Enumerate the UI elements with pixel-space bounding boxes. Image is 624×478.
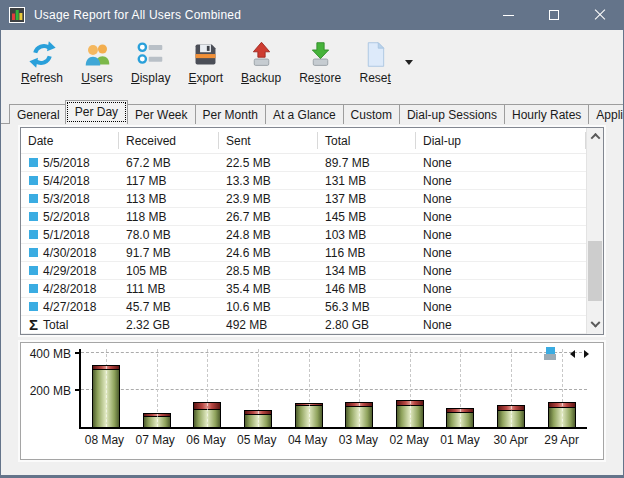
x-axis-label: 06 May (181, 433, 232, 447)
chart-scroll-left-button[interactable] (565, 348, 579, 360)
column-header-total[interactable]: Total (318, 128, 416, 153)
day-bullet-icon (29, 302, 38, 311)
tab-custom[interactable]: Custom (343, 104, 400, 124)
cell-dialup: None (416, 210, 586, 224)
chart-bar-slot (81, 349, 132, 427)
display-icon-holder (135, 40, 167, 70)
cell-total: 116 MB (318, 246, 416, 260)
toolbar-button-label: Export (188, 71, 223, 85)
chart-bar-slot (233, 349, 284, 427)
bar-segment-sent (194, 403, 220, 410)
chart-plot-area (79, 349, 587, 429)
backup-button[interactable]: Backup (233, 37, 289, 88)
backup-icon-holder (245, 40, 277, 70)
chart-bar-slot (536, 349, 587, 427)
refresh-button[interactable]: Refresh (13, 37, 71, 88)
tab-applications[interactable]: Applications (588, 104, 624, 124)
tab-general[interactable]: General (9, 104, 68, 124)
titlebar[interactable]: Usage Report for All Users Combined (1, 0, 623, 30)
toolbar-button-label: Backup (241, 71, 281, 85)
x-axis-label: 03 May (333, 433, 384, 447)
toolbar-more-button[interactable] (401, 38, 417, 86)
users-button[interactable]: Users (73, 37, 121, 88)
x-axis-label: 30 Apr (485, 433, 536, 447)
cell-total: 56.3 MB (318, 300, 416, 314)
cell-total: 146 MB (318, 282, 416, 296)
tab-per-week[interactable]: Per Week (127, 104, 195, 124)
day-bullet-icon (29, 176, 38, 185)
date-label: 4/28/2018 (43, 282, 96, 296)
restore-icon (306, 40, 335, 69)
table-row[interactable]: 5/5/201867.2 MB22.5 MB89.7 MBNone (21, 154, 586, 172)
display-icon (136, 40, 165, 69)
table-row[interactable]: 5/2/2018118 MB26.7 MB145 MBNone (21, 208, 586, 226)
column-header-sent[interactable]: Sent (219, 128, 318, 153)
maximize-button[interactable] (531, 0, 577, 30)
restore-icon-holder (304, 40, 336, 70)
window: Usage Report for All Users Combined Refr… (0, 0, 624, 478)
table-row[interactable]: 4/27/201845.7 MB10.6 MB56.3 MBNone (21, 298, 586, 316)
cell-dialup: None (416, 174, 586, 188)
minimize-icon (503, 15, 514, 16)
x-axis-label: 04 May (282, 433, 333, 447)
refresh-icon (28, 40, 57, 69)
tab-per-day[interactable]: Per Day (65, 100, 128, 124)
cell-sent: 26.7 MB (219, 210, 318, 224)
cell-date: 5/4/2018 (21, 174, 119, 188)
column-header-received[interactable]: Received (119, 128, 219, 153)
column-header-date[interactable]: Date (21, 128, 119, 153)
cell-dialup: None (416, 246, 586, 260)
cell-sent: 22.5 MB (219, 156, 318, 170)
close-button[interactable] (577, 0, 623, 30)
cell-date: 4/29/2018 (21, 264, 119, 278)
table-row[interactable]: 4/28/2018111 MB35.4 MB146 MBNone (21, 280, 586, 298)
scroll-down-button[interactable] (587, 317, 603, 334)
column-header-dial-up[interactable]: Dial-up (416, 128, 586, 153)
chart-bar-slot (435, 349, 486, 427)
day-bullet-icon (29, 212, 38, 221)
bar-segment-received (447, 413, 473, 427)
date-label: 4/27/2018 (43, 300, 96, 314)
cell-date: 4/28/2018 (21, 282, 119, 296)
users-icon (83, 40, 112, 69)
chart-bar-slot (283, 349, 334, 427)
export-button[interactable]: Export (180, 37, 231, 88)
table-row[interactable]: 4/29/2018105 MB28.5 MB134 MBNone (21, 262, 586, 280)
table-scrollbar[interactable] (586, 128, 603, 334)
cell-date: 5/5/2018 (21, 156, 119, 170)
table-row[interactable]: 4/30/201891.7 MB24.6 MB116 MBNone (21, 244, 586, 262)
toolbar-button-label: Reset (359, 71, 390, 85)
table-row[interactable]: ΣTotal2.32 GB492 MB2.80 GBNone (21, 316, 586, 334)
tab-at-a-glance[interactable]: At a Glance (265, 104, 344, 124)
chart-style-icon[interactable] (544, 347, 556, 360)
usage-bar (548, 402, 576, 427)
table-row[interactable]: 5/1/201878.0 MB24.8 MB103 MBNone (21, 226, 586, 244)
day-bullet-icon (29, 284, 38, 293)
cell-received: 91.7 MB (119, 246, 219, 260)
date-label: 4/30/2018 (43, 246, 96, 260)
scroll-up-button[interactable] (587, 128, 603, 145)
reset-button[interactable]: Reset (351, 37, 399, 88)
cell-sent: 13.3 MB (219, 174, 318, 188)
day-bullet-icon (29, 158, 38, 167)
tab-dial-up-sessions[interactable]: Dial-up Sessions (399, 104, 505, 124)
chart-scroll-right-button[interactable] (579, 348, 593, 360)
display-button[interactable]: Display (123, 37, 178, 88)
table-row[interactable]: 5/4/2018117 MB13.3 MB131 MBNone (21, 172, 586, 190)
usage-chart: 200 MB400 MB 08 May07 May06 May05 May04 … (20, 342, 604, 460)
cell-total: 2.80 GB (318, 318, 416, 332)
bar-segment-received (549, 408, 575, 427)
scrollbar-thumb[interactable] (588, 241, 602, 301)
date-label: 5/4/2018 (43, 174, 90, 188)
chart-bar-slot (486, 349, 537, 427)
toolbar-button-label: Refresh (21, 71, 63, 85)
table-row[interactable]: 5/3/2018113 MB23.9 MB137 MBNone (21, 190, 586, 208)
tab-hourly-rates[interactable]: Hourly Rates (504, 104, 589, 124)
day-bullet-icon (29, 194, 38, 203)
tab-per-month[interactable]: Per Month (195, 104, 266, 124)
usage-bar (92, 365, 120, 427)
minimize-button[interactable] (485, 0, 531, 30)
restore-button[interactable]: Restore (291, 37, 349, 88)
y-axis-label: 400 MB (25, 347, 71, 361)
cell-total: 134 MB (318, 264, 416, 278)
